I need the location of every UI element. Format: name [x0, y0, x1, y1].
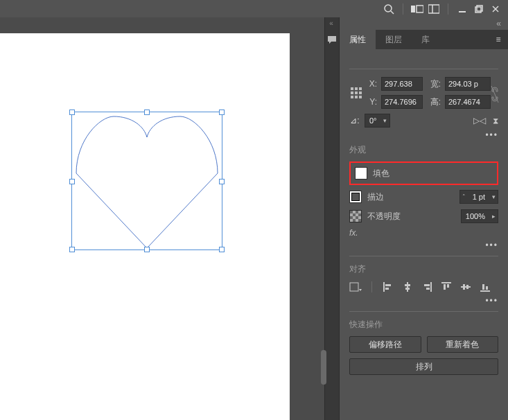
opacity-flyout-icon[interactable]: ▸: [489, 213, 498, 220]
svg-rect-15: [385, 288, 389, 290]
w-label: 宽:: [427, 78, 441, 90]
handle-sw[interactable]: [69, 247, 75, 252]
opacity-swatch[interactable]: [349, 210, 362, 222]
x-input[interactable]: 297.638: [381, 77, 423, 91]
svg-rect-12: [350, 283, 358, 291]
panel-menu-icon[interactable]: ≡: [489, 30, 508, 49]
align-bottom-icon[interactable]: [479, 281, 491, 293]
rotate-input[interactable]: 0° ▾: [365, 114, 390, 128]
flip-vertical-icon[interactable]: ⧗: [493, 116, 498, 125]
handle-nw[interactable]: [69, 110, 75, 115]
svg-rect-30: [486, 286, 488, 290]
align-row: [349, 281, 498, 293]
dock-strip: «: [324, 17, 339, 420]
selection-bounds[interactable]: [71, 112, 222, 250]
stepper-up-icon[interactable]: ˄: [460, 193, 468, 200]
svg-rect-14: [385, 284, 391, 286]
svg-rect-21: [426, 288, 430, 290]
panel-collapse-toggle[interactable]: «: [496, 19, 501, 28]
svg-rect-24: [447, 284, 449, 288]
handle-s[interactable]: [144, 247, 150, 252]
divider: [448, 3, 448, 15]
appearance-title: 外观: [349, 144, 498, 156]
artboard[interactable]: [0, 33, 290, 420]
appearance-more-icon[interactable]: •••: [349, 240, 498, 249]
svg-rect-17: [405, 284, 410, 286]
svg-rect-23: [444, 284, 446, 290]
svg-rect-8: [477, 6, 482, 11]
rotate-label-icon: ⊿:: [349, 116, 360, 125]
divider: [349, 69, 498, 69]
panel-resize-handle[interactable]: [321, 350, 326, 385]
heart-shape[interactable]: [72, 112, 222, 250]
svg-rect-20: [424, 284, 430, 286]
transform-more-icon[interactable]: •••: [349, 130, 498, 139]
svg-line-1: [391, 11, 394, 14]
svg-rect-7: [475, 7, 481, 12]
offset-path-button[interactable]: 偏移路径: [349, 336, 421, 353]
align-to-dropdown[interactable]: [349, 281, 362, 293]
flip-horizontal-icon[interactable]: ▷◁: [473, 116, 486, 125]
reference-point-grid[interactable]: [349, 86, 363, 100]
svg-rect-26: [463, 284, 465, 290]
ruler-horizontal: [0, 17, 324, 33]
dock-collapse-toggle[interactable]: «: [329, 17, 335, 30]
arrange-button[interactable]: 排列: [349, 358, 498, 375]
minimize-button[interactable]: [454, 2, 471, 16]
handle-se[interactable]: [219, 247, 225, 252]
align-right-icon[interactable]: [421, 281, 433, 293]
fill-swatch[interactable]: [355, 167, 367, 180]
opacity-input[interactable]: 100% ▸: [461, 209, 498, 223]
stroke-label: 描边: [367, 191, 384, 203]
handle-n[interactable]: [144, 110, 150, 115]
align-title: 对齐: [349, 263, 498, 275]
workspace-switcher-icon[interactable]: [409, 2, 426, 16]
comments-icon[interactable]: [327, 35, 337, 47]
tab-library[interactable]: 库: [412, 30, 439, 49]
artboard-zone[interactable]: [0, 33, 324, 420]
opacity-label: 不透明度: [367, 211, 401, 222]
divider: [349, 311, 498, 312]
y-label: Y:: [367, 97, 377, 107]
fill-label: 填色: [373, 168, 389, 180]
svg-rect-4: [428, 5, 439, 13]
fx-button[interactable]: fx.: [349, 228, 498, 238]
tab-layers[interactable]: 图层: [376, 30, 412, 49]
arrange-documents-icon[interactable]: [426, 2, 442, 16]
transform-section: X: 297.638 宽: 294.03 p Y: 274.7696 高: 26…: [349, 76, 498, 110]
link-wh-icon[interactable]: [490, 86, 500, 105]
rotate-dropdown-icon[interactable]: ▾: [381, 117, 389, 124]
stroke-weight-input[interactable]: ˄ 1 pt ▾: [459, 190, 498, 204]
panel-tabs: 属性 图层 库 ≡: [340, 30, 508, 49]
titlebar: [0, 0, 508, 17]
properties-panel: « 属性 图层 库 ≡ X: 297.638 宽: 294.03 p: [339, 17, 508, 420]
divider: [371, 281, 372, 292]
search-icon[interactable]: [380, 2, 397, 16]
canvas-area: [0, 17, 324, 420]
stepper-dropdown-icon[interactable]: ▾: [489, 193, 498, 200]
svg-rect-3: [417, 6, 423, 12]
h-input[interactable]: 267.4674: [445, 95, 491, 109]
divider: [349, 256, 498, 256]
y-input[interactable]: 274.7696: [381, 95, 423, 109]
svg-rect-27: [466, 285, 468, 289]
svg-rect-18: [405, 288, 410, 290]
maximize-button[interactable]: [471, 2, 487, 16]
align-vcenter-icon[interactable]: [459, 281, 472, 293]
handle-ne[interactable]: [219, 110, 225, 115]
handle-w[interactable]: [69, 179, 75, 184]
w-input[interactable]: 294.03 p: [445, 77, 491, 91]
align-left-icon[interactable]: [382, 281, 394, 293]
close-button[interactable]: [487, 2, 504, 16]
quick-actions-title: 快速操作: [349, 319, 498, 331]
tab-properties[interactable]: 属性: [340, 30, 376, 49]
svg-point-0: [385, 5, 392, 12]
align-more-icon[interactable]: •••: [349, 296, 498, 304]
stroke-swatch[interactable]: [349, 191, 362, 203]
handle-e[interactable]: [219, 179, 225, 184]
align-top-icon[interactable]: [440, 281, 453, 293]
recolor-button[interactable]: 重新着色: [427, 336, 499, 353]
align-hcenter-icon[interactable]: [401, 281, 414, 293]
h-label: 高:: [427, 96, 441, 108]
svg-rect-29: [482, 284, 484, 290]
